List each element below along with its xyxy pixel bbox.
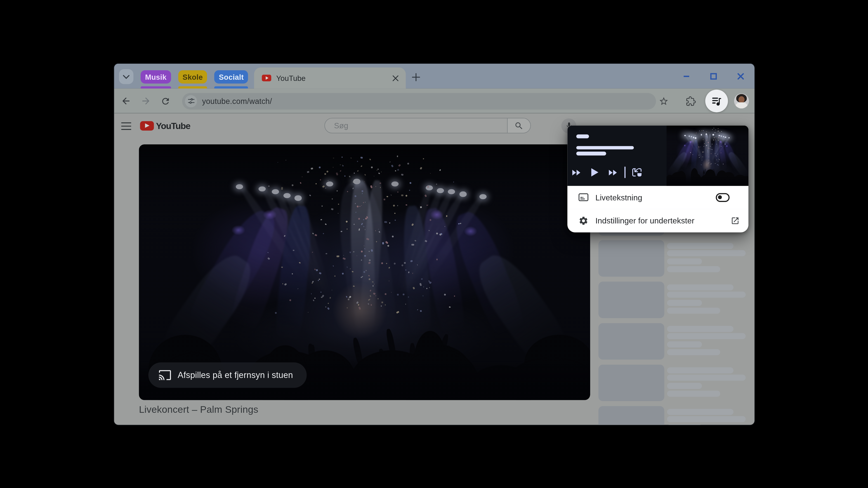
hamburger-icon	[121, 122, 131, 130]
gear-icon	[578, 216, 588, 225]
screen: MusikSkoleSocialt YouTube	[0, 0, 868, 488]
youtube-wordmark: YouTube	[156, 121, 190, 131]
controls-divider	[624, 166, 625, 178]
youtube-logo[interactable]: YouTube	[140, 121, 190, 131]
open-in-new-icon[interactable]	[731, 216, 740, 225]
cast-icon	[159, 370, 171, 380]
next-track-button[interactable]	[604, 165, 622, 180]
plus-icon	[412, 73, 420, 81]
text-skeleton	[667, 424, 702, 425]
youtube-favicon-icon	[262, 74, 271, 82]
tab-group-chip[interactable]: Musik	[141, 70, 171, 84]
related-video-skeleton	[598, 323, 754, 360]
thumbnail-skeleton	[598, 282, 664, 318]
reload-icon	[160, 96, 170, 106]
live-caption-label: Livetekstning	[595, 193, 716, 202]
tab-group-skole[interactable]: Skole	[178, 70, 207, 84]
youtube-page: YouTube Afspilles på et fjernsyn i stuen	[114, 113, 754, 425]
tab-strip: MusikSkoleSocialt YouTube	[114, 64, 754, 89]
new-tab-button[interactable]	[410, 71, 422, 83]
text-skeleton	[667, 416, 745, 422]
tab-groups: MusikSkoleSocialt	[141, 64, 248, 89]
maximize-button[interactable]	[708, 70, 720, 83]
related-video-skeleton	[598, 240, 754, 277]
tab-search-button[interactable]	[119, 69, 133, 84]
text-skeleton	[667, 383, 702, 389]
media-playback-controls	[567, 165, 646, 180]
play-icon	[591, 168, 598, 177]
browser-window: MusikSkoleSocialt YouTube	[114, 64, 754, 425]
picture-in-picture-icon	[631, 168, 642, 177]
search-input[interactable]	[325, 121, 507, 130]
related-video-skeleton	[598, 365, 754, 402]
extensions-button[interactable]	[683, 89, 699, 113]
guide-menu-button[interactable]	[118, 113, 134, 138]
text-skeleton	[667, 390, 720, 396]
video-title: Livekoncert – Palm Springs	[139, 404, 258, 416]
search-button[interactable]	[507, 119, 530, 133]
related-video-skeleton	[598, 406, 754, 425]
search-icon	[515, 121, 524, 131]
concert-video-frame	[139, 144, 590, 400]
youtube-logo-icon	[140, 121, 154, 131]
dim-overlay	[667, 125, 749, 186]
thumbnail-skeleton	[598, 365, 664, 401]
chevron-down-icon	[123, 74, 129, 79]
tune-icon	[187, 97, 195, 105]
profile-avatar[interactable]	[734, 94, 749, 108]
thumbnail-skeleton	[598, 323, 664, 360]
playlist-music-icon	[711, 95, 722, 107]
fast-forward-icon	[608, 169, 618, 175]
text-skeleton	[667, 375, 745, 381]
text-skeleton	[667, 292, 745, 298]
media-title-skeleton	[576, 134, 589, 138]
tab-title: YouTube	[276, 74, 390, 82]
video-player[interactable]: Afspilles på et fjernsyn i stuen	[139, 144, 590, 400]
text-skeleton	[667, 266, 720, 272]
text-skeleton	[667, 341, 702, 348]
picture-in-picture-button[interactable]	[628, 165, 646, 180]
close-window-button[interactable]	[735, 70, 747, 83]
media-line-skeleton	[576, 152, 606, 156]
text-skeleton	[667, 367, 733, 373]
site-settings-button[interactable]	[185, 95, 197, 107]
live-caption-row[interactable]: Livetekstning	[567, 186, 749, 210]
text-skeleton	[667, 300, 702, 306]
thumbnail-skeleton	[598, 240, 664, 277]
play-button[interactable]	[586, 165, 604, 180]
browser-toolbar: youtube.com/watch/	[114, 89, 754, 113]
cast-status-banner[interactable]: Afspilles på et fjernsyn i stuen	[148, 362, 307, 388]
media-session-card[interactable]	[567, 125, 749, 186]
url-text: youtube.com/watch/	[202, 96, 272, 105]
thumbnail-skeleton	[598, 406, 664, 425]
tab-group-musik[interactable]: Musik	[141, 70, 171, 84]
bookmark-button[interactable]	[655, 89, 672, 113]
cast-banner-text: Afspilles på et fjernsyn i stuen	[178, 370, 293, 380]
media-line-skeleton	[576, 146, 634, 150]
caption-settings-row[interactable]: Indstillinger for undertekster	[567, 209, 749, 232]
previous-track-button[interactable]	[567, 165, 586, 180]
text-skeleton	[667, 307, 720, 313]
text-skeleton	[667, 349, 720, 355]
tab-close-icon[interactable]	[391, 73, 400, 83]
caption-settings-label: Indstillinger for undertekster	[595, 216, 731, 225]
text-skeleton	[667, 409, 733, 415]
media-controls-button[interactable]	[705, 90, 728, 112]
tab-youtube[interactable]: YouTube	[254, 68, 406, 89]
forward-button[interactable]	[137, 89, 154, 113]
media-controls-popup: Livetekstning Indstillinger for undertek…	[567, 125, 749, 232]
address-bar[interactable]: youtube.com/watch/	[182, 93, 656, 109]
text-skeleton	[667, 284, 733, 290]
tab-group-socialt[interactable]: Socialt	[214, 70, 248, 84]
search-bar	[324, 118, 531, 134]
star-icon	[659, 96, 669, 106]
back-button[interactable]	[117, 89, 134, 113]
related-video-skeleton	[598, 282, 754, 319]
reload-button[interactable]	[157, 89, 174, 113]
minimize-button[interactable]	[680, 70, 692, 83]
dim-overlay	[139, 144, 590, 400]
live-caption-toggle[interactable]	[716, 193, 730, 202]
back-arrow-icon	[121, 96, 131, 106]
tab-group-chip[interactable]: Socialt	[214, 70, 248, 84]
tab-group-chip[interactable]: Skole	[178, 70, 207, 84]
